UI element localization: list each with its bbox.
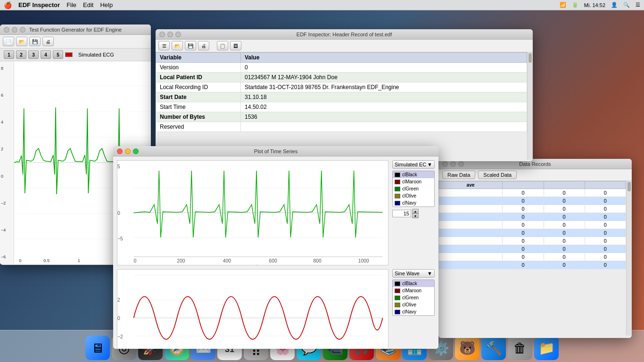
svg-text:0: 0: [117, 316, 120, 321]
header-toolbar: ☰ 📂 💾 🖨 📋 🖼: [156, 40, 533, 52]
bottom-signal-label: Sine Wave: [395, 271, 420, 276]
plot-content: 5 0 −5 0 200 400 600 800 1000 t: [113, 156, 438, 349]
black-swatch: [395, 173, 400, 177]
bot-green-swatch: [395, 296, 400, 300]
ch3-button[interactable]: 3: [28, 50, 39, 59]
bot-color-item-navy[interactable]: clNavy: [393, 308, 434, 315]
top-signal-dropdown[interactable]: Simulated EC ▼: [392, 160, 435, 169]
hdr-btn5[interactable]: 📋: [217, 41, 228, 50]
hdr-btn3[interactable]: 💾: [185, 41, 196, 50]
bot-black-swatch: [395, 281, 400, 286]
val-cell: 14.50.02: [241, 102, 527, 112]
channel-label: Simulated ECG: [78, 52, 114, 58]
data-maximize-button[interactable]: [458, 161, 464, 167]
bot-color-item-black[interactable]: clBlack: [393, 280, 434, 287]
var-cell: Reserved: [156, 122, 241, 132]
bottom-signal-dropdown[interactable]: Sine Wave ▼: [392, 269, 435, 278]
plot-close-button[interactable]: [117, 148, 123, 154]
plot-minimize-button[interactable]: [125, 148, 131, 154]
help-menu[interactable]: Help: [100, 1, 113, 8]
hdr-btn6[interactable]: 🖼: [230, 41, 241, 50]
header-scrollbar[interactable]: [527, 52, 533, 160]
data-cell-2: 0: [544, 205, 585, 213]
stepper-down[interactable]: ▼: [412, 214, 419, 218]
new-button[interactable]: 📄: [3, 37, 14, 46]
file-menu[interactable]: File: [66, 1, 76, 8]
bottom-chart: 2 0 −2 0 200 400 600 800 1000 t: [117, 269, 388, 349]
green-swatch: [395, 187, 400, 191]
svg-text:1: 1: [78, 258, 80, 263]
open-button[interactable]: 📂: [16, 37, 27, 46]
bot-olive-swatch: [395, 303, 400, 307]
header-minimize-button[interactable]: [167, 32, 173, 37]
ch5-button[interactable]: 5: [53, 50, 63, 59]
minimize-button[interactable]: [12, 27, 17, 33]
edit-menu[interactable]: Edit: [83, 1, 93, 8]
data-cell-1: 0: [503, 253, 544, 261]
data-cell-2: 0: [544, 229, 585, 237]
color-item-black[interactable]: clBlack: [393, 171, 434, 178]
data-table-wrap: ave 0 0 0 0 0 0 0 0 0 0 0 0 0 0 0 0 0: [438, 181, 632, 336]
data-table-row: 0 0 0: [439, 245, 626, 253]
color-item-green[interactable]: clGreen: [393, 185, 434, 192]
data-cell-1: 0: [503, 221, 544, 229]
top-color-list: clBlack clMaroon clGreen clOlive: [392, 171, 435, 207]
app-name-menu[interactable]: EDF Inspector: [18, 1, 60, 8]
data-minimize-button[interactable]: [450, 161, 456, 167]
hdr-btn2[interactable]: 📂: [172, 41, 183, 50]
hdr-btn4[interactable]: 🖨: [198, 41, 209, 50]
dock-bear[interactable]: 🐻: [455, 336, 479, 360]
bot-color-item-olive[interactable]: clOlive: [393, 301, 434, 308]
data-cell-3: 0: [585, 245, 626, 253]
data-scrollbar[interactable]: [626, 181, 632, 336]
color-item-navy[interactable]: clNavy: [393, 199, 434, 206]
data-close-button[interactable]: [442, 161, 448, 167]
header-table-row: Start Date31.10.18: [156, 92, 527, 102]
bottom-plot-row: 2 0 −2 0 200 400 600 800 1000 t: [117, 269, 435, 349]
wifi-icon: 📶: [560, 2, 566, 8]
data-cell-3: 0: [585, 205, 626, 213]
raw-data-tab[interactable]: Raw Data: [442, 171, 475, 179]
color-item-maroon[interactable]: clMaroon: [393, 178, 434, 185]
top-signal-label: Simulated EC: [395, 162, 426, 167]
data-table: ave 0 0 0 0 0 0 0 0 0 0 0 0 0 0 0 0 0: [438, 181, 626, 269]
ch4-button[interactable]: 4: [41, 50, 51, 59]
data-cell-3: 0: [585, 197, 626, 205]
close-button[interactable]: [4, 27, 9, 33]
apple-menu[interactable]: 🍎: [4, 1, 12, 9]
header-maximize-button[interactable]: [175, 32, 181, 37]
maximize-button[interactable]: [20, 27, 25, 33]
svg-text:0: 0: [19, 258, 21, 263]
control-icon[interactable]: ☰: [636, 2, 640, 8]
top-chart-svg: 5 0 −5 0 200 400 600 800 1000 t: [117, 161, 388, 265]
var-cell: Number of Bytes: [156, 112, 241, 122]
dock-trash[interactable]: 🗑: [508, 336, 532, 360]
bot-color-item-maroon[interactable]: clMaroon: [393, 287, 434, 294]
tfg-toolbar: 📄 📂 💾 🖨: [0, 35, 151, 49]
data-cell-2: 0: [544, 253, 585, 261]
save-button[interactable]: 💾: [29, 37, 41, 46]
data-tab-toolbar: Raw Data Scaled Data: [438, 169, 632, 181]
stepper-up[interactable]: ▲: [412, 209, 419, 214]
dock-finder[interactable]: 🖥: [85, 336, 110, 360]
ch2-button[interactable]: 2: [16, 50, 26, 59]
search-icon[interactable]: 🔍: [623, 2, 630, 8]
svg-text:200: 200: [177, 258, 185, 263]
scaled-data-tab[interactable]: Scaled Data: [478, 171, 517, 179]
bot-color-item-green[interactable]: clGreen: [393, 294, 434, 301]
stepper-input[interactable]: [392, 210, 411, 217]
plot-title: Plot of Time Series: [113, 148, 438, 154]
hdr-btn1[interactable]: ☰: [158, 41, 170, 50]
color-item-olive[interactable]: clOlive: [393, 192, 434, 199]
data-cell-0: [439, 237, 503, 245]
svg-text:600: 600: [269, 258, 277, 263]
ch1-button[interactable]: 1: [4, 50, 14, 59]
print-button[interactable]: 🖨: [42, 37, 54, 46]
dock-xcode[interactable]: 🔨: [481, 336, 506, 360]
data-cell-2: 0: [544, 213, 585, 221]
svg-text:−5: −5: [117, 236, 123, 241]
plot-maximize-button[interactable]: [133, 148, 139, 154]
dock-finder2[interactable]: 📁: [534, 336, 559, 360]
header-close-button[interactable]: [159, 32, 165, 37]
data-cell-2: 0: [544, 261, 585, 269]
